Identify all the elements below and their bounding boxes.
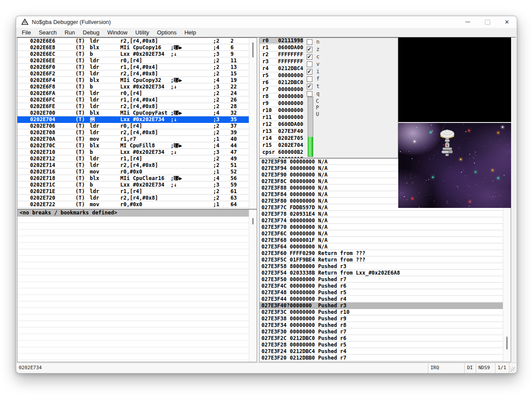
disasm-row[interactable]: 0202E712(T)ldrr1,[r4];249 xyxy=(17,156,249,162)
register-row[interactable]: r60212DBC0 xyxy=(260,80,303,87)
stack-row[interactable]: 027E3F24 0212DBC4 Pushed r4 xyxy=(260,348,503,355)
register-row[interactable]: r1000000000 xyxy=(260,108,303,115)
stack-scrollbar-thumb[interactable] xyxy=(506,336,508,350)
breakpoints-list[interactable] xyxy=(17,217,249,362)
register-row[interactable]: r002111998 xyxy=(260,38,303,45)
disasm-row[interactable]: 0202E71E(T)ldrr1,[r4];261 xyxy=(17,188,249,195)
register-row[interactable]: r120600DA00 xyxy=(260,122,303,129)
register-row[interactable]: r1100000000 xyxy=(260,115,303,122)
disasm-row[interactable]: 0202E722(T)movr0,#0x0;164 xyxy=(17,201,249,208)
close-button[interactable]: ✕ xyxy=(497,16,517,28)
disasm-row[interactable]: 0202E6EE(T)ldrr0,[r4];211 xyxy=(17,58,249,64)
register-row[interactable]: r700000000 xyxy=(260,87,303,94)
maximize-button[interactable] xyxy=(478,16,497,28)
disasm-row[interactable]: 0202E710(T)bLxx_#0x202E734 ;↓;347 xyxy=(17,149,249,156)
stack-row[interactable]: 027E3F4C 00000000 Pushed r6 xyxy=(260,283,503,289)
stack-row[interactable]: 027E3F30 00000000 Pushed r7 xyxy=(260,329,503,335)
disasm-row[interactable]: 0202E6F2(T)ldrr2,[r4,#0x8];215 xyxy=(17,71,249,77)
disasm-row[interactable]: 0202E70A(T)movr1,r7;140 xyxy=(17,136,249,143)
disasm-row[interactable]: 0202E6F0(T)ldrr1,[r4,#0x4];213 xyxy=(17,64,249,71)
stack-row[interactable]: 027E3F50 00000000 Pushed r7 xyxy=(260,276,503,283)
disasm-row[interactable]: 0202E718(T)blxMIi_CpuClear16 ;哪▶;456 xyxy=(17,175,249,182)
stack-row[interactable]: 027E3F74 00000000 N/A xyxy=(260,217,503,224)
stack-row[interactable]: 027E3F64 00000000 N/A xyxy=(260,244,503,250)
stack-row[interactable]: 027E3F78 020931E4 N/A xyxy=(260,211,503,217)
resize-grip[interactable] xyxy=(509,363,516,373)
flag-t-checkbox[interactable] xyxy=(307,84,312,89)
stack-row[interactable]: 027E3F44 00000000 Pushed r4 xyxy=(260,296,503,302)
title-bar[interactable]: No$gba Debugger (Fullversion) ✕ xyxy=(16,16,517,28)
disasm-row[interactable]: 0202E6E6(T)ldrr2,[r4,#0x8];22 xyxy=(17,38,249,44)
register-row[interactable]: r3FFFFFFFF xyxy=(260,59,303,66)
flag-n-checkbox[interactable] xyxy=(307,39,312,45)
flag-i-checkbox[interactable] xyxy=(307,69,312,75)
stack-row[interactable]: 027E3F48 00000000 Pushed r5 xyxy=(260,289,503,296)
disasm-mode: (T) xyxy=(75,169,90,174)
menu-item-options[interactable]: Options xyxy=(153,28,180,37)
register-name: r3 xyxy=(260,59,278,65)
flag-c-checkbox[interactable] xyxy=(307,54,312,60)
disassembly-scrollbar[interactable] xyxy=(249,38,257,209)
disasm-row[interactable]: 0202E700(T)blxMIi_CpuCopyFast ;哪▶;432 xyxy=(17,110,249,116)
register-row[interactable]: r900000000 xyxy=(260,101,303,108)
disasm-row[interactable]: 0202E70C(T)blxMI_CpuFill8 ;哪▶;444 xyxy=(17,143,249,149)
disasm-row[interactable]: 0202E6FE(T)ldrr2,[r4,#0x8];228 xyxy=(17,103,249,110)
menu-item-utility[interactable]: Utility xyxy=(132,28,153,37)
disassembly-scrollbar-thumb[interactable] xyxy=(252,42,254,58)
menu-item-file[interactable]: File xyxy=(18,28,35,37)
disasm-row[interactable]: 0202E6E8(T)blxMIi_CpuCopy16 ;哪▶;46 xyxy=(17,44,249,51)
disasm-row[interactable]: 0202E704(T)㧏Lxx_#0x202E734 ;↓;335 xyxy=(17,116,249,123)
disasm-row[interactable]: 0202E716(T)movr0,#0x0;152 xyxy=(17,169,249,175)
register-value: 02111998 xyxy=(278,38,303,44)
register-row[interactable]: r500000000 xyxy=(260,73,303,80)
stack-row[interactable]: 027E3F28 00000000 Pushed r5 xyxy=(260,342,503,348)
disasm-row[interactable]: 0202E6FC(T)ldrr1,[r4,#0x4];226 xyxy=(17,97,249,103)
menu-item-help[interactable]: Help xyxy=(180,28,200,37)
stack-row[interactable]: 027E3F20 0212DBB0 Pushed r7 xyxy=(260,355,503,361)
disasm-row[interactable]: 0202E6F4(T)blxMIi_CpuCopy32 ;哪▶;419 xyxy=(17,77,249,84)
menu-item-window[interactable]: Window xyxy=(103,28,131,37)
breakpoints-scrollbar[interactable] xyxy=(249,210,257,362)
breakpoints-scrollbar-thumb[interactable] xyxy=(252,218,254,224)
stack-row[interactable]: 027E3F54 0203338B Return from Lxx_#0x202… xyxy=(260,270,503,276)
star-dot xyxy=(416,127,417,128)
disasm-row[interactable]: 0202E6FA(T)ldrr0,[r4];224 xyxy=(17,90,249,97)
register-row[interactable]: r150202E704 xyxy=(260,143,303,150)
register-band: r140202E705 xyxy=(260,136,303,141)
disasm-row[interactable]: 0202E708(T)ldrr2,[r4,#0x8];239 xyxy=(17,129,249,136)
register-row[interactable]: r140202E705 xyxy=(260,136,303,143)
register-row[interactable]: r800000000 xyxy=(260,94,303,101)
menu-item-debug[interactable]: Debug xyxy=(79,28,103,37)
stack-row[interactable]: 027E3F58 80000000 Pushed r3 xyxy=(260,263,503,270)
disasm-row[interactable]: 0202E706(T)ldrr0,[r4];237 xyxy=(17,123,249,129)
disasm-row[interactable]: 0202E720(T)ldrr2,[r4,#0x8];263 xyxy=(17,195,249,201)
register-row[interactable]: cpsr600000B2 xyxy=(260,150,303,156)
minimize-button[interactable] xyxy=(458,16,478,28)
stack-row[interactable]: 027E3F6C 00000000 N/A xyxy=(260,231,503,237)
flag-f-checkbox[interactable] xyxy=(307,76,312,82)
stack-row[interactable]: 027E3F2C 0212DBC0 Pushed r6 xyxy=(260,335,503,342)
disasm-row[interactable]: 0202E714(T)ldrr2,[r4,#0x8];251 xyxy=(17,162,249,169)
register-row[interactable]: r13027E3F40 xyxy=(260,129,303,136)
flag-v-checkbox[interactable] xyxy=(307,61,312,67)
stack-row[interactable]: 027E3F60 FFFF0290 Return from ??? xyxy=(260,250,503,257)
register-row[interactable]: r40212DBC4 xyxy=(260,66,303,73)
register-name: r6 xyxy=(260,80,278,85)
register-row[interactable]: r10600DA00 xyxy=(260,45,303,52)
stack-row[interactable]: 027E3F34 00000000 Pushed r8 xyxy=(260,322,503,329)
emulator-bottom-screen[interactable] xyxy=(398,123,511,208)
menu-item-run[interactable]: Run xyxy=(61,28,79,37)
disasm-row[interactable]: 0202E71C(T)bLxx_#0x202E734 ;↓;359 xyxy=(17,182,249,188)
stack-row[interactable]: 027E3F3C 00000000 Pushed r10 xyxy=(260,309,503,316)
disasm-row[interactable]: 0202E6EC(T)bLxx_#0x202E734 ;↓;39 xyxy=(17,51,249,58)
stack-row[interactable]: 027E3F38 00000000 Pushed r9 xyxy=(260,316,503,322)
stack-row[interactable]: 027E3F5C 01FF9BE4 Return from ??? xyxy=(260,257,503,263)
flag-q-checkbox[interactable] xyxy=(307,91,312,97)
stack-row[interactable]: 027E3F68 0000001F N/A xyxy=(260,237,503,244)
register-row[interactable]: r2FFFFFFFF xyxy=(260,52,303,59)
stack-row[interactable]: 027E3F40?0000000 Pushed r3 xyxy=(260,302,503,309)
flag-z-checkbox[interactable] xyxy=(307,47,312,52)
stack-row[interactable]: 027E3F70 00000000 N/A xyxy=(260,224,503,231)
disasm-row[interactable]: 0202E6F8(T)bLxx_#0x202E734 ;↓;322 xyxy=(17,84,249,90)
menu-item-search[interactable]: Search xyxy=(35,28,61,37)
